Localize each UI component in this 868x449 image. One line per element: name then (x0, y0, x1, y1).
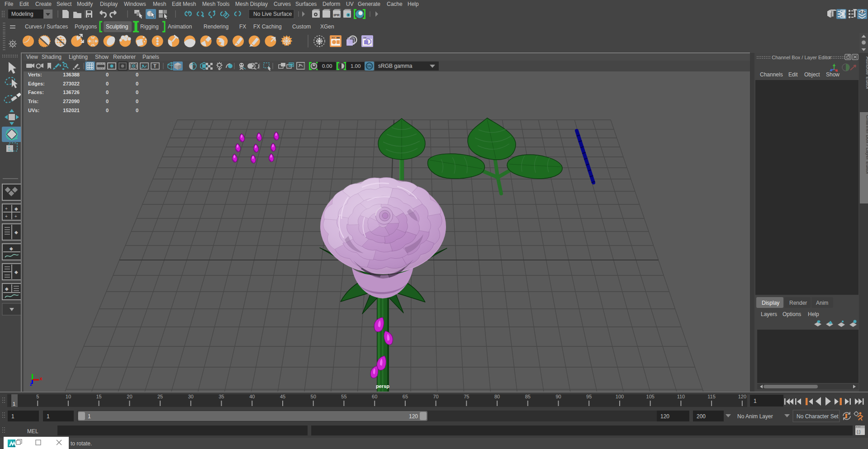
svg-text:Edges:: Edges: (28, 81, 45, 86)
svg-text:85: 85 (525, 394, 531, 399)
svg-text:0: 0 (106, 81, 109, 86)
svg-text:10: 10 (66, 394, 71, 399)
svg-text:Curves / Surfaces: Curves / Surfaces (25, 24, 68, 30)
svg-text:◆: ◆ (14, 206, 18, 211)
svg-text:Attribute Editor: Attribute Editor (865, 57, 868, 90)
svg-text:110: 110 (677, 394, 685, 399)
svg-text:136388: 136388 (63, 72, 80, 77)
svg-text:{;}: {;} (857, 430, 861, 434)
svg-text:FX: FX (239, 24, 246, 30)
svg-text:1.00: 1.00 (351, 63, 360, 69)
svg-text:Channel Box / Layer Editor: Channel Box / Layer Editor (772, 55, 831, 60)
svg-text:z: z (30, 382, 32, 387)
svg-text:70: 70 (433, 394, 438, 399)
svg-text:+: + (14, 214, 17, 219)
svg-text:No Anim Layer: No Anim Layer (737, 413, 773, 420)
svg-text:Display: Display (762, 300, 779, 306)
svg-text:x: x (40, 376, 43, 381)
svg-text:55: 55 (341, 394, 346, 399)
svg-text:152021: 152021 (63, 108, 80, 113)
svg-text:Sculpting: Sculpting (106, 24, 128, 30)
svg-text:0: 0 (136, 99, 138, 104)
svg-text:25: 25 (157, 394, 163, 399)
svg-text:120: 120 (738, 394, 746, 399)
svg-text:Layers: Layers (761, 311, 777, 317)
svg-text:sRGB gamma: sRGB gamma (378, 63, 413, 69)
svg-text:0: 0 (136, 81, 138, 86)
svg-text:XGen: XGen (320, 24, 334, 30)
svg-text:90: 90 (555, 394, 561, 399)
svg-text:Custom: Custom (292, 24, 311, 30)
svg-text:Edit: Edit (788, 71, 798, 78)
svg-text:UVs:: UVs: (28, 108, 39, 113)
svg-text:0: 0 (106, 90, 109, 95)
svg-text:T: T (153, 63, 157, 69)
svg-text:1: 1 (13, 401, 15, 406)
svg-text:IPR: IPR (334, 13, 340, 17)
svg-text:200: 200 (697, 413, 706, 420)
svg-text:+: + (5, 206, 8, 211)
svg-text:15: 15 (96, 394, 101, 399)
svg-text:0: 0 (136, 90, 138, 95)
svg-text:Rigging: Rigging (140, 24, 159, 30)
svg-text:Verts:: Verts: (28, 72, 42, 77)
svg-text:Help: Help (808, 311, 819, 317)
svg-text:◆: ◆ (14, 269, 18, 274)
svg-text:◆: ◆ (9, 246, 13, 251)
svg-text:Faces:: Faces: (28, 90, 44, 95)
svg-text:FX Caching: FX Caching (253, 24, 282, 30)
svg-text:40: 40 (249, 394, 255, 399)
svg-text:Channels: Channels (760, 71, 783, 78)
svg-text:Channel Box / Layer Editor: Channel Box / Layer Editor (865, 115, 868, 175)
svg-text:Modeling: Modeling (11, 11, 33, 17)
svg-text:Options: Options (783, 311, 801, 317)
svg-text:105: 105 (646, 394, 655, 399)
svg-text:Show: Show (826, 71, 840, 78)
svg-text:◆: ◆ (14, 230, 18, 235)
svg-text:75: 75 (464, 394, 469, 399)
svg-text:Rendering: Rendering (204, 24, 228, 30)
svg-text:0.00: 0.00 (322, 63, 332, 69)
svg-text:Polygons: Polygons (75, 24, 97, 30)
svg-text:0: 0 (106, 108, 109, 113)
svg-text:0: 0 (136, 108, 138, 113)
svg-text:273022: 273022 (63, 81, 80, 86)
svg-text:Object: Object (804, 71, 820, 78)
svg-text:50: 50 (311, 394, 316, 399)
svg-text:45: 45 (280, 394, 285, 399)
svg-text:◆: ◆ (5, 286, 9, 291)
svg-text:Render: Render (789, 300, 807, 306)
svg-text:5: 5 (36, 394, 39, 399)
svg-text:65: 65 (403, 394, 408, 399)
svg-text:80: 80 (494, 394, 500, 399)
svg-text:30: 30 (188, 394, 194, 399)
svg-text:Tris:: Tris: (28, 99, 38, 104)
svg-text:1: 1 (11, 413, 14, 420)
svg-text:1: 1 (754, 398, 757, 404)
svg-text:120: 120 (660, 413, 669, 420)
svg-text:No Character Set: No Character Set (797, 413, 839, 420)
svg-text:to rotate.: to rotate. (71, 440, 92, 447)
svg-text:95: 95 (586, 394, 592, 399)
svg-text:35: 35 (218, 394, 224, 399)
svg-text:0: 0 (106, 72, 109, 77)
svg-text:60: 60 (372, 394, 377, 399)
svg-text:1: 1 (47, 413, 50, 420)
svg-text:No Live Surface: No Live Surface (253, 11, 292, 17)
svg-text:MEL: MEL (27, 428, 38, 435)
svg-text:0: 0 (136, 72, 138, 77)
svg-text:136726: 136726 (63, 90, 80, 95)
svg-text:0: 0 (106, 99, 109, 104)
svg-text:272090: 272090 (63, 99, 80, 104)
svg-text:persp: persp (376, 383, 389, 389)
svg-text:100: 100 (616, 394, 624, 399)
svg-text:Anim: Anim (816, 300, 828, 306)
svg-text:+: + (5, 214, 8, 219)
svg-text:20: 20 (127, 394, 132, 399)
svg-text:1: 1 (88, 413, 91, 420)
svg-text:120: 120 (409, 413, 418, 420)
svg-text:115: 115 (707, 394, 716, 399)
svg-text:ON: ON (367, 65, 372, 68)
svg-text:Animation: Animation (168, 24, 192, 30)
